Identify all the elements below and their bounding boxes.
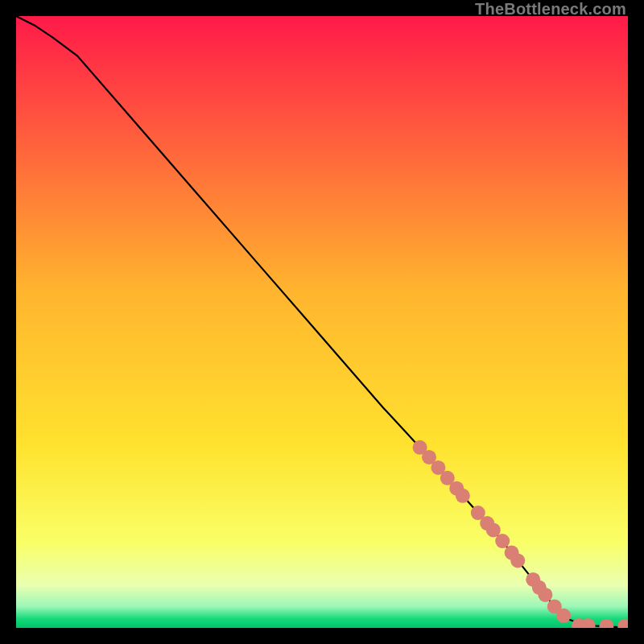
- data-marker: [538, 588, 552, 602]
- data-marker: [456, 489, 470, 503]
- plot-area: [16, 16, 628, 628]
- data-marker: [510, 553, 525, 568]
- data-marker: [556, 609, 571, 623]
- chart-frame: TheBottleneck.com: [0, 0, 644, 644]
- chart-svg: [16, 16, 628, 628]
- gradient-background: [16, 16, 628, 628]
- data-marker: [495, 534, 510, 548]
